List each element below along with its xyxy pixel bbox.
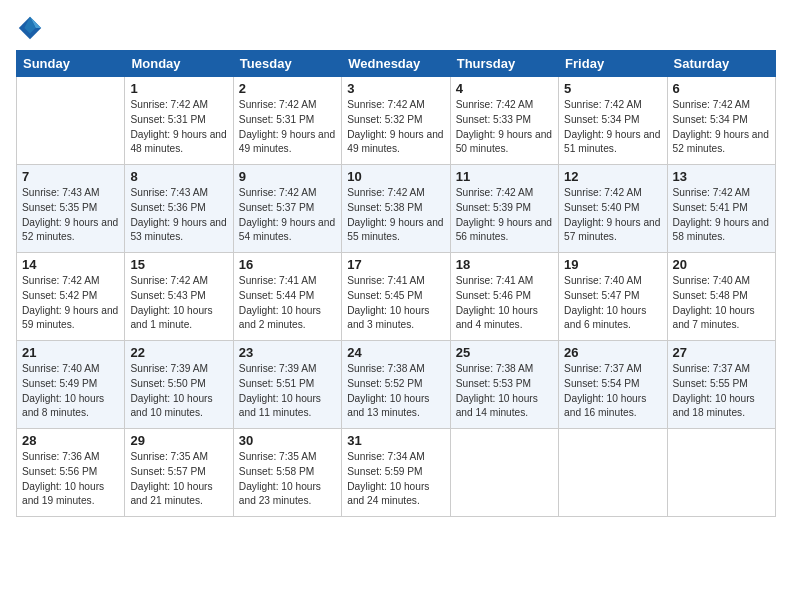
day-detail: Sunrise: 7:42 AM Sunset: 5:34 PM Dayligh…: [673, 98, 770, 157]
weekday-header-sunday: Sunday: [17, 51, 125, 77]
day-number: 27: [673, 345, 770, 360]
calendar-cell: 9Sunrise: 7:42 AM Sunset: 5:37 PM Daylig…: [233, 165, 341, 253]
day-detail: Sunrise: 7:42 AM Sunset: 5:32 PM Dayligh…: [347, 98, 444, 157]
calendar-cell: 30Sunrise: 7:35 AM Sunset: 5:58 PM Dayli…: [233, 429, 341, 517]
calendar-cell: 12Sunrise: 7:42 AM Sunset: 5:40 PM Dayli…: [559, 165, 667, 253]
day-detail: Sunrise: 7:39 AM Sunset: 5:50 PM Dayligh…: [130, 362, 227, 421]
day-number: 23: [239, 345, 336, 360]
day-detail: Sunrise: 7:38 AM Sunset: 5:52 PM Dayligh…: [347, 362, 444, 421]
day-number: 14: [22, 257, 119, 272]
day-detail: Sunrise: 7:42 AM Sunset: 5:34 PM Dayligh…: [564, 98, 661, 157]
calendar-cell: 1Sunrise: 7:42 AM Sunset: 5:31 PM Daylig…: [125, 77, 233, 165]
calendar-cell: 13Sunrise: 7:42 AM Sunset: 5:41 PM Dayli…: [667, 165, 775, 253]
calendar-cell: [667, 429, 775, 517]
weekday-header-thursday: Thursday: [450, 51, 558, 77]
day-detail: Sunrise: 7:42 AM Sunset: 5:31 PM Dayligh…: [130, 98, 227, 157]
calendar-cell: 21Sunrise: 7:40 AM Sunset: 5:49 PM Dayli…: [17, 341, 125, 429]
week-row-1: 1Sunrise: 7:42 AM Sunset: 5:31 PM Daylig…: [17, 77, 776, 165]
calendar-cell: 8Sunrise: 7:43 AM Sunset: 5:36 PM Daylig…: [125, 165, 233, 253]
day-number: 17: [347, 257, 444, 272]
calendar-cell: 19Sunrise: 7:40 AM Sunset: 5:47 PM Dayli…: [559, 253, 667, 341]
day-detail: Sunrise: 7:39 AM Sunset: 5:51 PM Dayligh…: [239, 362, 336, 421]
day-number: 15: [130, 257, 227, 272]
day-detail: Sunrise: 7:42 AM Sunset: 5:38 PM Dayligh…: [347, 186, 444, 245]
day-detail: Sunrise: 7:40 AM Sunset: 5:49 PM Dayligh…: [22, 362, 119, 421]
calendar-cell: 17Sunrise: 7:41 AM Sunset: 5:45 PM Dayli…: [342, 253, 450, 341]
calendar-cell: 25Sunrise: 7:38 AM Sunset: 5:53 PM Dayli…: [450, 341, 558, 429]
day-detail: Sunrise: 7:35 AM Sunset: 5:58 PM Dayligh…: [239, 450, 336, 509]
weekday-header-row: SundayMondayTuesdayWednesdayThursdayFrid…: [17, 51, 776, 77]
calendar-cell: 3Sunrise: 7:42 AM Sunset: 5:32 PM Daylig…: [342, 77, 450, 165]
calendar-cell: 23Sunrise: 7:39 AM Sunset: 5:51 PM Dayli…: [233, 341, 341, 429]
day-number: 21: [22, 345, 119, 360]
day-detail: Sunrise: 7:35 AM Sunset: 5:57 PM Dayligh…: [130, 450, 227, 509]
week-row-3: 14Sunrise: 7:42 AM Sunset: 5:42 PM Dayli…: [17, 253, 776, 341]
week-row-4: 21Sunrise: 7:40 AM Sunset: 5:49 PM Dayli…: [17, 341, 776, 429]
calendar-cell: 26Sunrise: 7:37 AM Sunset: 5:54 PM Dayli…: [559, 341, 667, 429]
calendar-cell: 11Sunrise: 7:42 AM Sunset: 5:39 PM Dayli…: [450, 165, 558, 253]
day-number: 29: [130, 433, 227, 448]
day-detail: Sunrise: 7:43 AM Sunset: 5:36 PM Dayligh…: [130, 186, 227, 245]
day-number: 20: [673, 257, 770, 272]
day-detail: Sunrise: 7:41 AM Sunset: 5:45 PM Dayligh…: [347, 274, 444, 333]
calendar-cell: 10Sunrise: 7:42 AM Sunset: 5:38 PM Dayli…: [342, 165, 450, 253]
day-detail: Sunrise: 7:42 AM Sunset: 5:31 PM Dayligh…: [239, 98, 336, 157]
calendar-cell: [559, 429, 667, 517]
calendar-cell: 27Sunrise: 7:37 AM Sunset: 5:55 PM Dayli…: [667, 341, 775, 429]
calendar-cell: 4Sunrise: 7:42 AM Sunset: 5:33 PM Daylig…: [450, 77, 558, 165]
day-number: 1: [130, 81, 227, 96]
calendar-cell: 31Sunrise: 7:34 AM Sunset: 5:59 PM Dayli…: [342, 429, 450, 517]
weekday-header-saturday: Saturday: [667, 51, 775, 77]
day-detail: Sunrise: 7:37 AM Sunset: 5:55 PM Dayligh…: [673, 362, 770, 421]
calendar-table: SundayMondayTuesdayWednesdayThursdayFrid…: [16, 50, 776, 517]
day-number: 25: [456, 345, 553, 360]
day-number: 9: [239, 169, 336, 184]
logo-icon: [16, 14, 44, 42]
page: SundayMondayTuesdayWednesdayThursdayFrid…: [0, 0, 792, 612]
weekday-header-wednesday: Wednesday: [342, 51, 450, 77]
calendar-cell: 14Sunrise: 7:42 AM Sunset: 5:42 PM Dayli…: [17, 253, 125, 341]
calendar-cell: 5Sunrise: 7:42 AM Sunset: 5:34 PM Daylig…: [559, 77, 667, 165]
day-number: 13: [673, 169, 770, 184]
day-detail: Sunrise: 7:43 AM Sunset: 5:35 PM Dayligh…: [22, 186, 119, 245]
day-number: 2: [239, 81, 336, 96]
calendar-cell: 15Sunrise: 7:42 AM Sunset: 5:43 PM Dayli…: [125, 253, 233, 341]
calendar-cell: 6Sunrise: 7:42 AM Sunset: 5:34 PM Daylig…: [667, 77, 775, 165]
calendar-cell: 2Sunrise: 7:42 AM Sunset: 5:31 PM Daylig…: [233, 77, 341, 165]
weekday-header-tuesday: Tuesday: [233, 51, 341, 77]
day-detail: Sunrise: 7:42 AM Sunset: 5:43 PM Dayligh…: [130, 274, 227, 333]
day-number: 28: [22, 433, 119, 448]
day-number: 16: [239, 257, 336, 272]
day-detail: Sunrise: 7:41 AM Sunset: 5:46 PM Dayligh…: [456, 274, 553, 333]
calendar-cell: 28Sunrise: 7:36 AM Sunset: 5:56 PM Dayli…: [17, 429, 125, 517]
logo: [16, 14, 48, 42]
day-number: 18: [456, 257, 553, 272]
day-detail: Sunrise: 7:34 AM Sunset: 5:59 PM Dayligh…: [347, 450, 444, 509]
calendar-cell: 16Sunrise: 7:41 AM Sunset: 5:44 PM Dayli…: [233, 253, 341, 341]
day-number: 3: [347, 81, 444, 96]
day-number: 22: [130, 345, 227, 360]
day-detail: Sunrise: 7:42 AM Sunset: 5:42 PM Dayligh…: [22, 274, 119, 333]
calendar-cell: 18Sunrise: 7:41 AM Sunset: 5:46 PM Dayli…: [450, 253, 558, 341]
day-number: 26: [564, 345, 661, 360]
day-detail: Sunrise: 7:42 AM Sunset: 5:39 PM Dayligh…: [456, 186, 553, 245]
weekday-header-monday: Monday: [125, 51, 233, 77]
day-detail: Sunrise: 7:42 AM Sunset: 5:40 PM Dayligh…: [564, 186, 661, 245]
day-number: 12: [564, 169, 661, 184]
day-detail: Sunrise: 7:40 AM Sunset: 5:47 PM Dayligh…: [564, 274, 661, 333]
day-number: 5: [564, 81, 661, 96]
calendar-cell: 22Sunrise: 7:39 AM Sunset: 5:50 PM Dayli…: [125, 341, 233, 429]
weekday-header-friday: Friday: [559, 51, 667, 77]
day-detail: Sunrise: 7:40 AM Sunset: 5:48 PM Dayligh…: [673, 274, 770, 333]
day-detail: Sunrise: 7:42 AM Sunset: 5:33 PM Dayligh…: [456, 98, 553, 157]
calendar-cell: 20Sunrise: 7:40 AM Sunset: 5:48 PM Dayli…: [667, 253, 775, 341]
day-number: 8: [130, 169, 227, 184]
day-number: 10: [347, 169, 444, 184]
day-detail: Sunrise: 7:41 AM Sunset: 5:44 PM Dayligh…: [239, 274, 336, 333]
calendar-cell: 29Sunrise: 7:35 AM Sunset: 5:57 PM Dayli…: [125, 429, 233, 517]
day-detail: Sunrise: 7:36 AM Sunset: 5:56 PM Dayligh…: [22, 450, 119, 509]
day-detail: Sunrise: 7:37 AM Sunset: 5:54 PM Dayligh…: [564, 362, 661, 421]
day-number: 11: [456, 169, 553, 184]
week-row-5: 28Sunrise: 7:36 AM Sunset: 5:56 PM Dayli…: [17, 429, 776, 517]
day-number: 24: [347, 345, 444, 360]
